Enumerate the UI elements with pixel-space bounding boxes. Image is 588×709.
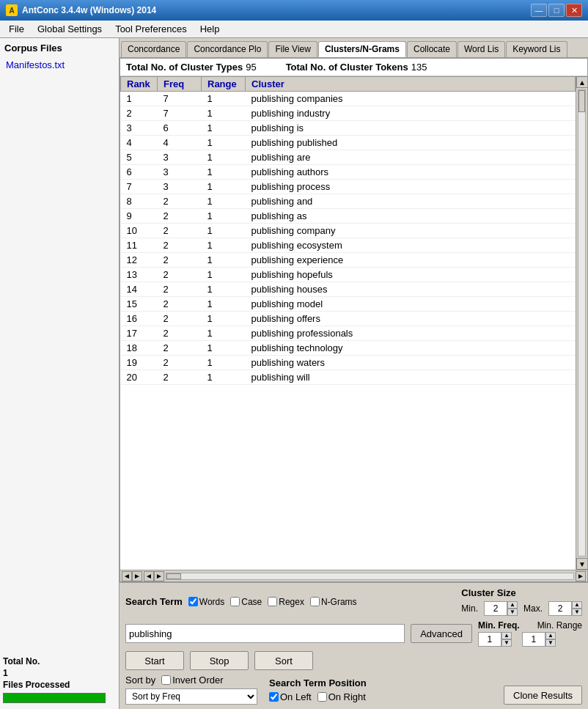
tab-concordance[interactable]: Concordance (121, 41, 186, 57)
close-button[interactable]: ✕ (566, 4, 582, 17)
table-row[interactable]: 3 6 1 publishing is (121, 121, 576, 136)
table-row[interactable]: 4 4 1 publishing published (121, 136, 576, 150)
ngrams-label: N-Grams (321, 597, 357, 607)
hscroll-track[interactable] (166, 573, 574, 580)
vertical-scrollbar[interactable]: ▲ ▼ (576, 76, 587, 570)
cluster-min-down[interactable]: ▼ (507, 609, 518, 616)
maximize-button[interactable]: □ (548, 4, 565, 17)
table-row[interactable]: 17 2 1 publishing professionals (121, 326, 576, 341)
on-right-checkbox[interactable] (317, 692, 327, 702)
hscroll-left-arrow2[interactable]: ◄ (144, 571, 154, 581)
min-range-spinbox[interactable]: 1 ▲ ▼ (522, 632, 556, 647)
cell-freq: 3 (158, 180, 202, 194)
min-range-up[interactable]: ▲ (545, 632, 556, 639)
hscroll-thumb[interactable] (166, 573, 181, 579)
words-checkbox-group[interactable]: Words (188, 597, 224, 607)
ngrams-checkbox[interactable] (310, 597, 320, 606)
vscroll-up-arrow[interactable]: ▲ (576, 76, 587, 88)
table-row[interactable]: 7 3 1 publishing process (121, 180, 576, 194)
cluster-max-up[interactable]: ▲ (572, 601, 582, 609)
table-row[interactable]: 14 2 1 publishing houses (121, 282, 576, 297)
tab-file-view[interactable]: File View (268, 41, 317, 57)
menu-global-settings[interactable]: Global Settings (32, 22, 108, 36)
on-right-group[interactable]: On Right (317, 691, 366, 702)
hscroll-left-arrow[interactable]: ◄ (122, 571, 132, 581)
table-container[interactable]: Rank Freq Range Cluster 1 7 1 publishing… (120, 76, 576, 570)
search-input[interactable] (125, 624, 405, 643)
cell-freq: 6 (158, 121, 202, 136)
cell-freq: 2 (158, 253, 202, 268)
regex-checkbox[interactable] (268, 597, 277, 606)
col-header-rank[interactable]: Rank (121, 77, 158, 92)
table-row[interactable]: 13 2 1 publishing hopefuls (121, 268, 576, 282)
stop-button[interactable]: Stop (190, 651, 249, 670)
ngrams-checkbox-group[interactable]: N-Grams (310, 597, 357, 607)
cluster-max-input[interactable]: 2 (548, 601, 572, 616)
cell-range: 1 (202, 312, 246, 326)
table-row[interactable]: 12 2 1 publishing experience (121, 253, 576, 268)
tab-collocate[interactable]: Collocate (407, 41, 457, 57)
minimize-button[interactable]: — (531, 4, 547, 17)
tab-keyword-list[interactable]: Keyword Lis (506, 41, 567, 57)
invert-order-check-group[interactable]: Invert Order (161, 675, 223, 686)
vscroll-down-arrow[interactable]: ▼ (576, 558, 587, 570)
tab-clusters-ngrams[interactable]: Clusters/N-Grams (318, 41, 406, 57)
sort-button[interactable]: Sort (254, 651, 313, 670)
invert-order-checkbox[interactable] (161, 675, 171, 685)
sort-dropdown[interactable]: Sort by FreqSort by RankSort by RangeSor… (125, 688, 257, 705)
case-checkbox-group[interactable]: Case (230, 597, 262, 607)
hscroll-right-arrow2[interactable]: ► (154, 571, 164, 581)
cell-rank: 1 (121, 92, 158, 106)
start-button[interactable]: Start (125, 651, 184, 670)
menu-tool-preferences[interactable]: Tool Preferences (109, 22, 193, 36)
vscroll-thumb[interactable] (578, 90, 585, 112)
min-freq-up[interactable]: ▲ (501, 632, 512, 639)
table-row[interactable]: 11 2 1 publishing ecosystem (121, 238, 576, 253)
hscroll-end-arrow[interactable]: ► (576, 571, 586, 581)
table-row[interactable]: 19 2 1 publishing waters (121, 356, 576, 370)
table-row[interactable]: 5 3 1 publishing are (121, 150, 576, 165)
min-freq-spinbox[interactable]: 1 ▲ ▼ (478, 632, 512, 647)
horizontal-scrollbar[interactable]: ◄ ► ◄ ► ► (120, 570, 587, 581)
words-label: Words (199, 597, 224, 607)
case-checkbox[interactable] (230, 597, 240, 606)
cell-freq: 2 (158, 209, 202, 224)
table-row[interactable]: 20 2 1 publishing will (121, 370, 576, 385)
words-checkbox[interactable] (188, 597, 198, 606)
on-left-group[interactable]: On Left (269, 691, 312, 702)
cluster-min-up[interactable]: ▲ (507, 601, 518, 609)
min-range-down[interactable]: ▼ (545, 639, 556, 647)
table-row[interactable]: 18 2 1 publishing technology (121, 341, 576, 356)
tab-concordance-plot[interactable]: Concordance Plo (187, 41, 268, 57)
min-range-input[interactable]: 1 (522, 632, 545, 647)
clone-results-button[interactable]: Clone Results (504, 686, 582, 705)
cluster-min-spinbox[interactable]: 2 ▲ ▼ (484, 601, 518, 616)
cell-range: 1 (202, 253, 246, 268)
menu-help[interactable]: Help (194, 22, 226, 36)
col-header-freq[interactable]: Freq (158, 77, 202, 92)
min-freq-down[interactable]: ▼ (501, 639, 512, 647)
regex-checkbox-group[interactable]: Regex (268, 597, 304, 607)
sidebar-item-manifestos[interactable]: Manifestos.txt (3, 58, 116, 72)
table-row[interactable]: 9 2 1 publishing as (121, 209, 576, 224)
table-row[interactable]: 8 2 1 publishing and (121, 194, 576, 209)
cluster-max-down[interactable]: ▼ (572, 609, 582, 616)
col-header-cluster[interactable]: Cluster (246, 77, 576, 92)
cluster-max-spinbox[interactable]: 2 ▲ ▼ (548, 601, 582, 616)
vscroll-track[interactable] (578, 89, 586, 556)
on-left-checkbox[interactable] (269, 692, 279, 702)
cluster-min-input[interactable]: 2 (484, 601, 507, 616)
advanced-button[interactable]: Advanced (411, 624, 472, 643)
table-row[interactable]: 2 7 1 publishing industry (121, 106, 576, 121)
table-row[interactable]: 1 7 1 publishing companies (121, 92, 576, 106)
table-row[interactable]: 6 3 1 publishing authors (121, 165, 576, 180)
table-row[interactable]: 16 2 1 publishing offers (121, 312, 576, 326)
menu-file[interactable]: File (3, 22, 30, 36)
col-header-range[interactable]: Range (202, 77, 246, 92)
hscroll-right-arrow[interactable]: ► (132, 571, 142, 581)
table-row[interactable]: 15 2 1 publishing model (121, 297, 576, 312)
cell-freq: 7 (158, 92, 202, 106)
tab-word-list[interactable]: Word Lis (457, 41, 505, 57)
table-row[interactable]: 10 2 1 publishing company (121, 224, 576, 238)
min-freq-input[interactable]: 1 (478, 632, 501, 647)
